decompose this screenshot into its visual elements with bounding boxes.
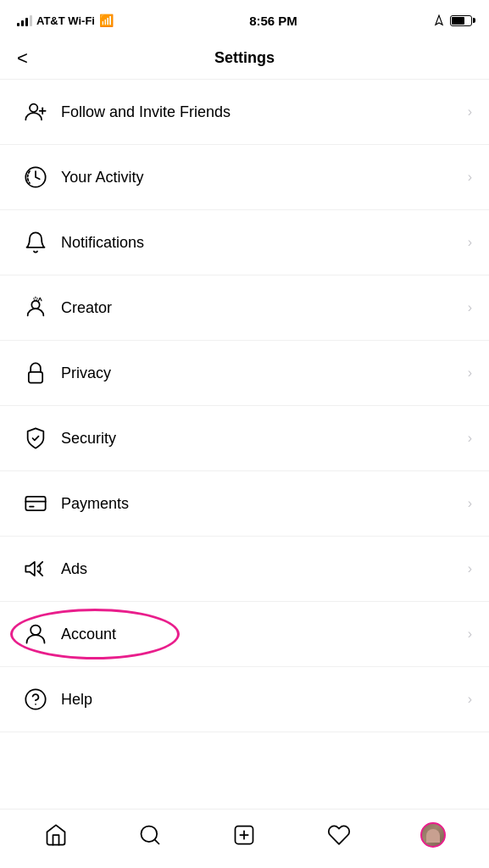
wifi-icon: 📶 <box>99 14 114 27</box>
settings-item-privacy[interactable]: Privacy › <box>0 341 489 406</box>
chevron-icon: › <box>468 235 472 250</box>
creator-label: Creator <box>61 299 461 317</box>
creator-icon <box>17 289 54 326</box>
tab-bar <box>0 809 489 868</box>
notifications-label: Notifications <box>61 234 461 252</box>
your-activity-label: Your Activity <box>61 169 461 186</box>
status-bar: AT&T Wi-Fi 📶 8:56 PM <box>0 0 489 37</box>
chevron-icon: › <box>468 170 472 185</box>
chevron-icon: › <box>468 104 472 120</box>
location-icon <box>433 14 445 26</box>
settings-item-notifications[interactable]: Notifications › <box>0 210 489 275</box>
ads-label: Ads <box>61 560 461 578</box>
settings-item-payments[interactable]: Payments › <box>0 471 489 537</box>
chevron-icon: › <box>468 365 472 381</box>
status-right <box>433 14 472 26</box>
chevron-icon: › <box>468 496 472 511</box>
account-icon <box>17 615 54 653</box>
tab-search[interactable] <box>129 814 171 856</box>
help-label: Help <box>61 691 461 709</box>
add-icon <box>232 823 256 847</box>
settings-item-your-activity[interactable]: Your Activity › <box>0 145 489 210</box>
bell-icon <box>17 224 54 261</box>
svg-rect-6 <box>29 372 42 383</box>
svg-point-0 <box>30 104 37 112</box>
settings-item-ads[interactable]: Ads › <box>0 537 489 602</box>
help-icon <box>17 681 54 718</box>
svg-point-4 <box>31 301 39 309</box>
status-left: AT&T Wi-Fi 📶 <box>17 14 114 27</box>
nav-bar: < Settings <box>0 37 489 80</box>
lock-icon <box>17 354 54 392</box>
privacy-label: Privacy <box>61 364 461 382</box>
settings-item-follow-invite[interactable]: Follow and Invite Friends › <box>0 80 489 145</box>
svg-marker-10 <box>25 562 34 576</box>
svg-point-13 <box>31 626 41 636</box>
profile-avatar <box>420 822 446 848</box>
activity-icon <box>17 159 54 196</box>
megaphone-icon <box>17 550 54 587</box>
carrier-label: AT&T Wi-Fi <box>36 14 95 27</box>
card-icon <box>17 485 54 522</box>
shield-icon <box>17 420 54 457</box>
security-label: Security <box>61 430 461 448</box>
status-time: 8:56 PM <box>249 14 297 28</box>
search-icon <box>138 823 162 847</box>
tab-home[interactable] <box>35 814 77 856</box>
chevron-icon: › <box>468 626 472 642</box>
svg-point-14 <box>25 689 45 709</box>
follow-invite-label: Follow and Invite Friends <box>61 103 461 121</box>
svg-line-17 <box>155 839 159 843</box>
page-title: Settings <box>214 49 275 67</box>
chevron-icon: › <box>468 561 472 576</box>
battery-icon <box>450 15 472 26</box>
home-icon <box>44 823 68 847</box>
svg-rect-7 <box>25 497 45 510</box>
settings-item-creator[interactable]: Creator › <box>0 275 489 341</box>
account-label: Account <box>61 626 461 643</box>
add-person-icon <box>17 93 54 131</box>
settings-item-account[interactable]: Account › <box>0 602 489 667</box>
tab-heart[interactable] <box>318 814 360 856</box>
payments-label: Payments <box>61 495 461 513</box>
chevron-icon: › <box>468 300 472 315</box>
chevron-icon: › <box>468 692 472 707</box>
signal-bars-icon <box>17 14 32 26</box>
tab-add[interactable] <box>223 814 265 856</box>
tab-profile[interactable] <box>412 814 454 856</box>
heart-icon <box>327 823 351 847</box>
settings-list: Follow and Invite Friends › Your Activit… <box>0 80 489 732</box>
chevron-icon: › <box>468 431 472 446</box>
settings-item-security[interactable]: Security › <box>0 406 489 471</box>
back-button[interactable]: < <box>17 49 28 68</box>
settings-item-help[interactable]: Help › <box>0 667 489 732</box>
